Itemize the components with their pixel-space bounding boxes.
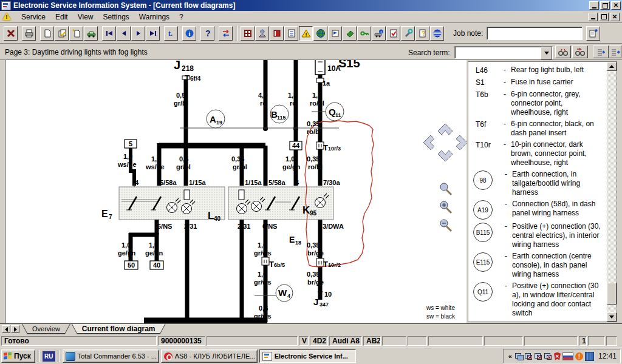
checklist-button[interactable]	[386, 26, 400, 41]
note-properties-icon	[589, 29, 598, 38]
globe-button[interactable]	[313, 26, 327, 41]
new-document-button[interactable]	[40, 26, 54, 41]
insert-term-button[interactable]	[593, 46, 609, 58]
diagram-label: T	[269, 260, 274, 269]
next-page-button[interactable]	[131, 26, 145, 41]
taskbar-button-opera[interactable]: AS8 - КЛУБ ЛЮБИТЕЛЕ...	[161, 349, 258, 363]
taskbar-button-tc[interactable]: Total Commander 6.53 - ...	[63, 349, 159, 363]
tab-scroll-right-button[interactable]	[11, 325, 19, 333]
combobox-dropdown-button[interactable]	[541, 47, 552, 59]
main-area: J218T6f/40,5gr/bl4,0ro1,5ro1,5ro/bl10AS1…	[0, 60, 622, 323]
diagram-label: 1/15a	[245, 179, 262, 186]
document-check-button[interactable]	[55, 26, 69, 41]
scrollbar-thumb[interactable]	[607, 283, 617, 305]
document-list-button[interactable]	[284, 26, 298, 41]
tools-icon	[403, 29, 413, 38]
window-grid-button[interactable]	[241, 26, 255, 41]
document-help-icon: ?	[418, 29, 428, 38]
flag-button[interactable]	[328, 26, 342, 41]
mdi-restore-button[interactable]	[599, 13, 609, 21]
diagram-label: T	[323, 143, 328, 152]
legend-term-circle: E115	[473, 252, 493, 272]
tray-expand-button[interactable]: «	[507, 352, 513, 360]
diagram-label: 1,5	[288, 92, 297, 99]
help-button[interactable]: ?	[200, 26, 214, 41]
start-button[interactable]: Пуск	[1, 349, 35, 363]
globe-icon	[316, 29, 326, 38]
status-cell-empty	[382, 336, 406, 346]
eraser-button[interactable]	[343, 26, 357, 41]
diagram-label: ws/ge	[145, 163, 165, 170]
status-cell-audia8: Audi A8	[329, 336, 362, 346]
document-help-button[interactable]: ?	[415, 26, 429, 41]
new-page-button[interactable]	[69, 26, 83, 41]
tab-overview[interactable]: Overview	[22, 324, 70, 334]
tray-app-icon[interactable]	[585, 352, 594, 361]
search-button[interactable]	[555, 46, 571, 58]
vehicle-info-button[interactable]: i	[372, 26, 386, 41]
print-button[interactable]	[22, 26, 36, 41]
diagram-label: gr/ws	[254, 278, 272, 286]
menu-item-edit[interactable]: Edit	[50, 12, 73, 22]
vehicle-button[interactable]	[84, 26, 98, 41]
scroll-down-button[interactable]	[607, 312, 617, 322]
job-note-input[interactable]	[487, 27, 583, 40]
exit-button[interactable]	[4, 26, 18, 41]
last-page-button[interactable]	[146, 26, 160, 41]
jump-button[interactable]: t.	[164, 26, 178, 41]
status-cell-готово: Готово	[1, 336, 157, 346]
esi-icon	[262, 352, 272, 361]
diagram-label: T	[323, 260, 328, 269]
tab-current-flow-diagram[interactable]: Current flow diagram	[72, 324, 166, 334]
page-title: Page 3: Daytime driving lights with fog …	[5, 48, 148, 56]
restore-button[interactable]	[600, 1, 610, 10]
mdi-close-button[interactable]: ✕	[610, 13, 620, 21]
network-disconnected-icon[interactable]	[544, 353, 552, 360]
security-shield-icon[interactable]: ✕	[554, 352, 561, 360]
legend-scrollbar[interactable]	[607, 62, 617, 322]
network-disconnected-icon[interactable]	[535, 353, 542, 360]
contact-button[interactable]	[255, 26, 269, 41]
taskbar-button-esi[interactable]: Electronic Service Inf...	[259, 349, 356, 363]
legend-term: T10r	[476, 140, 504, 167]
eraser-icon	[345, 29, 355, 38]
status-cell-9000000135: 9000000135	[158, 336, 205, 346]
language-indicator[interactable]: RU	[43, 351, 55, 362]
mdi-minimize-button[interactable]	[588, 13, 598, 21]
alert-icon[interactable]: !	[575, 352, 583, 360]
diagram-label: 7	[109, 214, 112, 220]
network-icon[interactable]	[515, 353, 523, 360]
binoculars-icon	[558, 47, 569, 57]
menu-item-service[interactable]: Service	[16, 12, 50, 22]
search-next-button[interactable]	[572, 46, 588, 58]
diagram-label: 6/NS	[262, 223, 277, 230]
key-button[interactable]	[357, 26, 371, 41]
extract-term-button[interactable]	[609, 46, 621, 58]
tools-button[interactable]	[401, 26, 415, 41]
russian-flag-icon[interactable]	[562, 352, 573, 360]
manual-button[interactable]	[270, 26, 284, 41]
scroll-up-button[interactable]	[607, 62, 617, 71]
minimize-button[interactable]	[589, 1, 599, 10]
diagram-label: 18	[295, 240, 301, 246]
close-button[interactable]: ✕	[611, 1, 621, 10]
list-arrow-left-icon	[595, 47, 606, 57]
previous-page-button[interactable]	[117, 26, 131, 41]
menu-item-[interactable]: ?	[174, 12, 188, 22]
tab-scroll-left-button[interactable]	[2, 325, 10, 333]
network-disconnected-icon[interactable]	[525, 353, 533, 360]
status-cell-v: V	[299, 336, 309, 346]
note-properties-button[interactable]	[586, 26, 600, 41]
menu-item-settings[interactable]: Settings	[98, 12, 134, 22]
diagram-label: 1,0	[123, 153, 132, 160]
network-sphere-button[interactable]	[430, 26, 444, 41]
warnings-toggle-button[interactable]: !	[299, 26, 313, 41]
swap-button[interactable]	[219, 26, 233, 41]
diagram-label: gr/bl	[233, 163, 247, 170]
info-button[interactable]: i	[182, 26, 196, 41]
document-list-icon	[287, 29, 296, 38]
menu-item-warnings[interactable]: Warnings	[134, 12, 174, 22]
menu-item-view[interactable]: View	[73, 12, 98, 22]
first-page-button[interactable]	[102, 26, 116, 41]
search-term-combobox[interactable]	[454, 46, 553, 59]
